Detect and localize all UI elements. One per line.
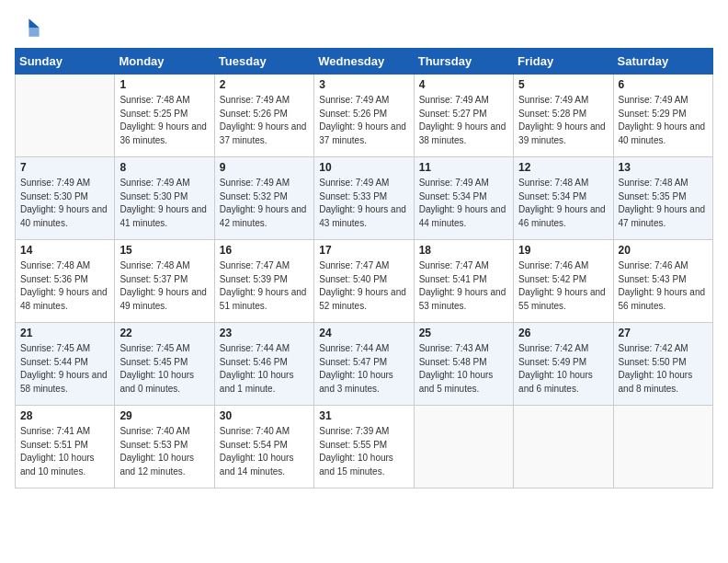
calendar-cell: 2Sunrise: 7:49 AMSunset: 5:26 PMDaylight… (214, 75, 313, 157)
weekday-header-wednesday: Wednesday (314, 49, 414, 75)
day-info: Sunrise: 7:49 AMSunset: 5:28 PMDaylight:… (518, 94, 608, 147)
day-info: Sunrise: 7:46 AMSunset: 5:43 PMDaylight:… (619, 259, 708, 313)
calendar-cell: 7Sunrise: 7:49 AMSunset: 5:30 PMDaylight… (16, 157, 115, 240)
day-info: Sunrise: 7:48 AMSunset: 5:36 PMDaylight:… (20, 259, 109, 313)
calendar-week-row: 7Sunrise: 7:49 AMSunset: 5:30 PMDaylight… (16, 157, 713, 240)
calendar-cell: 21Sunrise: 7:45 AMSunset: 5:44 PMDayligh… (16, 323, 115, 406)
day-info: Sunrise: 7:45 AMSunset: 5:45 PMDaylight:… (119, 342, 209, 396)
day-info: Sunrise: 7:48 AMSunset: 5:34 PMDaylight:… (518, 177, 608, 230)
day-number: 12 (518, 161, 608, 174)
day-info: Sunrise: 7:46 AMSunset: 5:42 PMDaylight:… (518, 259, 608, 313)
calendar-cell: 22Sunrise: 7:45 AMSunset: 5:45 PMDayligh… (115, 323, 214, 406)
day-info: Sunrise: 7:44 AMSunset: 5:46 PMDaylight:… (220, 342, 309, 396)
day-number: 25 (419, 327, 508, 339)
day-info: Sunrise: 7:42 AMSunset: 5:50 PMDaylight:… (619, 342, 708, 396)
day-number: 16 (220, 244, 309, 257)
calendar-cell: 15Sunrise: 7:48 AMSunset: 5:37 PMDayligh… (115, 240, 214, 323)
calendar-cell (414, 406, 513, 488)
logo (15, 15, 44, 40)
calendar-cell: 9Sunrise: 7:49 AMSunset: 5:32 PMDaylight… (214, 157, 313, 240)
day-number: 22 (119, 327, 209, 339)
day-info: Sunrise: 7:49 AMSunset: 5:30 PMDaylight:… (20, 177, 109, 230)
day-number: 31 (319, 409, 408, 422)
day-number: 7 (20, 161, 109, 174)
day-number: 10 (319, 161, 408, 174)
day-info: Sunrise: 7:49 AMSunset: 5:33 PMDaylight:… (319, 177, 408, 230)
calendar-cell: 23Sunrise: 7:44 AMSunset: 5:46 PMDayligh… (214, 323, 313, 406)
day-number: 1 (119, 78, 209, 91)
day-number: 29 (119, 409, 209, 422)
calendar-cell: 12Sunrise: 7:48 AMSunset: 5:34 PMDayligh… (514, 157, 613, 240)
calendar-cell: 11Sunrise: 7:49 AMSunset: 5:34 PMDayligh… (414, 157, 513, 240)
day-info: Sunrise: 7:47 AMSunset: 5:39 PMDaylight:… (220, 259, 309, 313)
weekday-header-sunday: Sunday (16, 49, 115, 75)
calendar-cell: 14Sunrise: 7:48 AMSunset: 5:36 PMDayligh… (16, 240, 115, 323)
day-info: Sunrise: 7:48 AMSunset: 5:25 PMDaylight:… (119, 94, 209, 147)
calendar-cell: 26Sunrise: 7:42 AMSunset: 5:49 PMDayligh… (514, 323, 613, 406)
calendar-week-row: 21Sunrise: 7:45 AMSunset: 5:44 PMDayligh… (16, 323, 713, 406)
calendar-cell: 8Sunrise: 7:49 AMSunset: 5:30 PMDaylight… (115, 157, 214, 240)
day-info: Sunrise: 7:47 AMSunset: 5:40 PMDaylight:… (319, 259, 408, 313)
day-info: Sunrise: 7:45 AMSunset: 5:44 PMDaylight:… (20, 342, 109, 396)
day-info: Sunrise: 7:40 AMSunset: 5:53 PMDaylight:… (119, 425, 209, 478)
calendar-table: SundayMondayTuesdayWednesdayThursdayFrid… (15, 48, 713, 488)
calendar-cell: 18Sunrise: 7:47 AMSunset: 5:41 PMDayligh… (414, 240, 513, 323)
svg-marker-1 (28, 28, 39, 37)
day-number: 19 (518, 244, 608, 257)
day-number: 26 (518, 327, 608, 339)
day-number: 5 (518, 78, 608, 91)
calendar-cell: 19Sunrise: 7:46 AMSunset: 5:42 PMDayligh… (514, 240, 613, 323)
day-info: Sunrise: 7:49 AMSunset: 5:29 PMDaylight:… (619, 94, 708, 147)
page-header (15, 15, 713, 40)
calendar-cell: 25Sunrise: 7:43 AMSunset: 5:48 PMDayligh… (414, 323, 513, 406)
calendar-cell: 4Sunrise: 7:49 AMSunset: 5:27 PMDaylight… (414, 75, 513, 157)
day-number: 30 (220, 409, 309, 422)
calendar-cell: 17Sunrise: 7:47 AMSunset: 5:40 PMDayligh… (314, 240, 414, 323)
calendar-header-row: SundayMondayTuesdayWednesdayThursdayFrid… (16, 49, 713, 75)
calendar-cell: 10Sunrise: 7:49 AMSunset: 5:33 PMDayligh… (314, 157, 414, 240)
day-info: Sunrise: 7:49 AMSunset: 5:27 PMDaylight:… (419, 94, 508, 147)
day-info: Sunrise: 7:44 AMSunset: 5:47 PMDaylight:… (319, 342, 408, 396)
day-number: 9 (220, 161, 309, 174)
day-info: Sunrise: 7:49 AMSunset: 5:26 PMDaylight:… (220, 94, 309, 147)
calendar-cell: 6Sunrise: 7:49 AMSunset: 5:29 PMDaylight… (613, 75, 712, 157)
day-number: 23 (220, 327, 309, 339)
day-number: 4 (419, 78, 508, 91)
day-info: Sunrise: 7:43 AMSunset: 5:48 PMDaylight:… (419, 342, 508, 396)
day-number: 21 (20, 327, 109, 339)
day-number: 18 (419, 244, 508, 257)
day-number: 3 (319, 78, 408, 91)
day-info: Sunrise: 7:47 AMSunset: 5:41 PMDaylight:… (419, 259, 508, 313)
day-number: 11 (419, 161, 508, 174)
day-info: Sunrise: 7:49 AMSunset: 5:30 PMDaylight:… (119, 177, 209, 230)
calendar-cell: 20Sunrise: 7:46 AMSunset: 5:43 PMDayligh… (613, 240, 712, 323)
calendar-week-row: 1Sunrise: 7:48 AMSunset: 5:25 PMDaylight… (16, 75, 713, 157)
day-info: Sunrise: 7:48 AMSunset: 5:37 PMDaylight:… (119, 259, 209, 313)
calendar-cell: 16Sunrise: 7:47 AMSunset: 5:39 PMDayligh… (214, 240, 313, 323)
calendar-week-row: 28Sunrise: 7:41 AMSunset: 5:51 PMDayligh… (16, 406, 713, 488)
calendar-cell (613, 406, 712, 488)
calendar-cell: 28Sunrise: 7:41 AMSunset: 5:51 PMDayligh… (16, 406, 115, 488)
calendar-cell: 24Sunrise: 7:44 AMSunset: 5:47 PMDayligh… (314, 323, 414, 406)
day-number: 20 (619, 244, 708, 257)
day-info: Sunrise: 7:49 AMSunset: 5:34 PMDaylight:… (419, 177, 508, 230)
weekday-header-friday: Friday (514, 49, 613, 75)
calendar-cell: 27Sunrise: 7:42 AMSunset: 5:50 PMDayligh… (613, 323, 712, 406)
day-info: Sunrise: 7:49 AMSunset: 5:32 PMDaylight:… (220, 177, 309, 230)
svg-marker-0 (28, 18, 39, 28)
calendar-cell: 31Sunrise: 7:39 AMSunset: 5:55 PMDayligh… (314, 406, 414, 488)
day-info: Sunrise: 7:39 AMSunset: 5:55 PMDaylight:… (319, 425, 408, 478)
calendar-cell: 1Sunrise: 7:48 AMSunset: 5:25 PMDaylight… (115, 75, 214, 157)
calendar-week-row: 14Sunrise: 7:48 AMSunset: 5:36 PMDayligh… (16, 240, 713, 323)
day-info: Sunrise: 7:40 AMSunset: 5:54 PMDaylight:… (220, 425, 309, 478)
day-number: 13 (619, 161, 708, 174)
calendar-cell: 5Sunrise: 7:49 AMSunset: 5:28 PMDaylight… (514, 75, 613, 157)
calendar-cell: 30Sunrise: 7:40 AMSunset: 5:54 PMDayligh… (214, 406, 313, 488)
calendar-cell: 13Sunrise: 7:48 AMSunset: 5:35 PMDayligh… (613, 157, 712, 240)
weekday-header-tuesday: Tuesday (214, 49, 313, 75)
day-info: Sunrise: 7:42 AMSunset: 5:49 PMDaylight:… (518, 342, 608, 396)
day-number: 2 (220, 78, 309, 91)
weekday-header-saturday: Saturday (613, 49, 712, 75)
weekday-header-monday: Monday (115, 49, 214, 75)
day-number: 27 (619, 327, 708, 339)
